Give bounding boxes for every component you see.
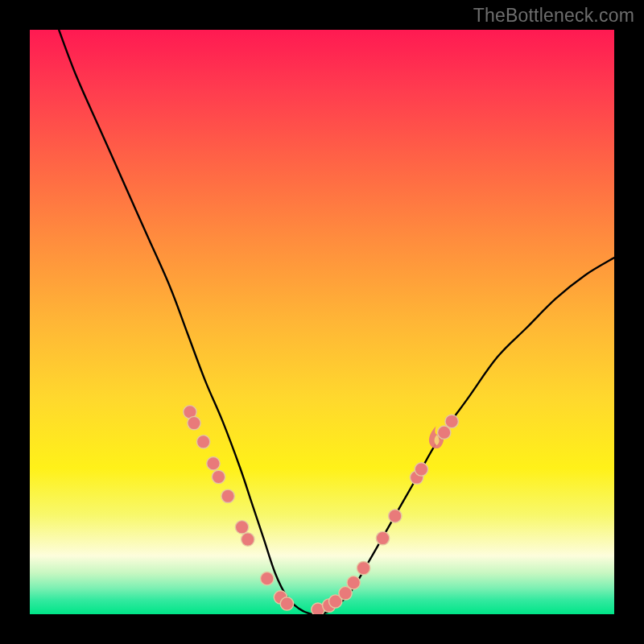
data-dots: [184, 406, 459, 614]
svg-point-17: [376, 531, 389, 544]
svg-point-4: [212, 470, 225, 483]
svg-point-8: [261, 572, 274, 585]
svg-point-6: [235, 521, 248, 534]
svg-point-15: [347, 576, 360, 589]
svg-point-7: [242, 533, 254, 546]
plot-svg: [30, 30, 614, 614]
svg-point-3: [207, 456, 220, 469]
svg-point-18: [389, 510, 402, 522]
watermark-text: TheBottleneck.com: [473, 5, 634, 27]
svg-point-22: [445, 415, 458, 427]
svg-point-20: [415, 463, 427, 476]
svg-point-16: [357, 561, 369, 574]
chart-frame: TheBottleneck.com: [0, 0, 644, 644]
svg-point-2: [196, 436, 209, 448]
plot-area: [30, 30, 614, 614]
svg-point-5: [221, 489, 234, 502]
bottleneck-curve: [59, 31, 614, 615]
svg-point-10: [280, 597, 293, 610]
svg-point-1: [188, 416, 200, 429]
